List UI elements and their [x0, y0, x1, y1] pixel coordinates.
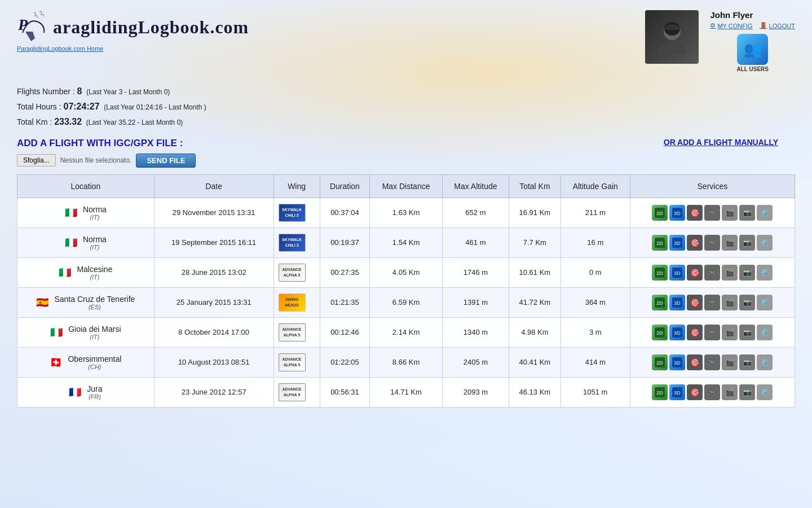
service-3d-icon[interactable]: 3D	[669, 325, 685, 340]
cell-wing: ADVANCEALPHA 5	[273, 257, 320, 287]
service-game-icon[interactable]: 🎮	[704, 295, 720, 310]
service-video-icon[interactable]: 🎬	[722, 295, 738, 310]
my-config-link[interactable]: ⚙ MY CONFIG	[710, 22, 752, 29]
logout-link[interactable]: 🚪 LOGOUT	[760, 22, 795, 29]
stats-section: Flights Number : 8 (Last Year 3 - Last M…	[0, 78, 812, 134]
cell-max-altitude: 2093 m	[442, 377, 509, 407]
add-manual-link[interactable]: OR ADD A FLIGHT MANUALLY	[664, 138, 778, 147]
send-file-button[interactable]: SEND FILE	[136, 154, 196, 168]
cell-wing: ADVANCEALPHA 5	[273, 377, 320, 407]
service-target-icon[interactable]: 🎯	[687, 325, 703, 340]
service-game-icon[interactable]: 🎮	[704, 235, 720, 251]
service-camera-icon[interactable]: 📷	[739, 265, 755, 281]
service-3d-icon[interactable]: 3D	[669, 384, 685, 400]
service-camera-icon[interactable]: 📷	[739, 205, 755, 221]
service-camera-icon[interactable]: 📷	[739, 235, 755, 251]
cell-date: 19 September 2015 16:11	[154, 227, 273, 257]
service-2d-icon[interactable]: 2D	[652, 384, 668, 400]
service-target-icon[interactable]: 🎯	[687, 205, 703, 221]
logo-section: P araglidingLogbook.com ParaglidingLogbo…	[17, 10, 249, 52]
service-target-icon[interactable]: 🎯	[687, 235, 703, 251]
service-target-icon[interactable]: 🎯	[687, 384, 703, 400]
cell-max-distance: 1.63 Km	[370, 198, 443, 227]
user-photo	[645, 10, 699, 64]
service-camera-icon[interactable]: 📷	[739, 384, 755, 400]
browse-button[interactable]: Sfoglia...	[17, 154, 56, 167]
cell-wing: SKYWALKCHILI 3	[273, 198, 320, 227]
service-settings-icon[interactable]: ⚙️	[757, 325, 773, 340]
service-game-icon[interactable]: 🎮	[704, 354, 720, 370]
all-users-icon[interactable]: 👥	[737, 34, 768, 65]
service-target-icon[interactable]: 🎯	[687, 295, 703, 310]
location-name: Obersimmental	[68, 354, 121, 364]
service-2d-icon[interactable]: 2D	[652, 295, 668, 310]
logo-home-link[interactable]: ParaglidingLogbook.com Home	[17, 45, 249, 52]
service-settings-icon[interactable]: ⚙️	[757, 384, 773, 400]
service-2d-icon[interactable]: 2D	[652, 325, 668, 340]
svg-text:2D: 2D	[657, 300, 664, 306]
flights-table: Location Date Wing Duration Max Distance…	[17, 174, 795, 408]
cell-services: 2D 3D 🎯 🎮 🎬 📷 ⚙️	[630, 227, 795, 257]
country-flag: 🇮🇹	[65, 237, 77, 249]
table-row: 🇫🇷 Jura (FR) 23 June 2012 12:57 ADVANCEA…	[17, 377, 795, 407]
service-3d-icon[interactable]: 3D	[669, 265, 685, 281]
service-target-icon[interactable]: 🎯	[687, 265, 703, 281]
svg-text:3D: 3D	[674, 300, 681, 306]
service-2d-icon[interactable]: 2D	[652, 205, 668, 221]
cell-date: 29 November 2015 13:31	[154, 198, 273, 227]
cell-max-distance: 6.59 Km	[370, 287, 443, 317]
service-video-icon[interactable]: 🎬	[722, 205, 738, 221]
cell-total-km: 16.91 Km	[509, 198, 561, 227]
service-video-icon[interactable]: 🎬	[722, 235, 738, 251]
service-camera-icon[interactable]: 📷	[739, 354, 755, 370]
service-2d-icon[interactable]: 2D	[652, 235, 668, 251]
add-flight-section: ADD A FLIGHT WITH IGC/GPX FILE : Sfoglia…	[0, 134, 812, 174]
service-game-icon[interactable]: 🎮	[704, 384, 720, 400]
service-2d-icon[interactable]: 2D	[652, 354, 668, 370]
logo-text: araglidingLogbook.com	[53, 17, 249, 38]
service-game-icon[interactable]: 🎮	[704, 265, 720, 281]
cell-services: 2D 3D 🎯 🎮 🎬 📷 ⚙️	[630, 347, 795, 377]
svg-text:2D: 2D	[657, 211, 664, 216]
service-video-icon[interactable]: 🎬	[722, 265, 738, 281]
service-3d-icon[interactable]: 3D	[669, 295, 685, 310]
hours-stat: Total Hours : 07:24:27 (Last Year 01:24:…	[17, 99, 206, 114]
table-row: 🇮🇹 Norma (IT) 19 September 2015 16:11 SK…	[17, 227, 795, 257]
service-2d-icon[interactable]: 2D	[652, 265, 668, 281]
location-country: (IT)	[83, 214, 107, 221]
location-name: Santa Cruz de Tenerife	[54, 295, 135, 304]
service-target-icon[interactable]: 🎯	[687, 354, 703, 370]
service-video-icon[interactable]: 🎬	[722, 354, 738, 370]
service-3d-icon[interactable]: 3D	[669, 354, 685, 370]
service-camera-icon[interactable]: 📷	[739, 325, 755, 340]
user-info: John Flyer ⚙ MY CONFIG 🚪 LOGOUT 👥 ALL US…	[710, 10, 795, 72]
service-game-icon[interactable]: 🎮	[704, 325, 720, 340]
table-row: 🇮🇹 Gioia dei Marsi (IT) 8 October 2014 1…	[17, 317, 795, 347]
location-country: (FR)	[87, 393, 102, 400]
service-settings-icon[interactable]: ⚙️	[757, 205, 773, 221]
col-location: Location	[17, 174, 155, 198]
flights-stat: Flights Number : 8 (Last Year 3 - Last M…	[17, 84, 206, 99]
service-settings-icon[interactable]: ⚙️	[757, 235, 773, 251]
service-settings-icon[interactable]: ⚙️	[757, 265, 773, 281]
svg-text:2D: 2D	[657, 360, 664, 366]
svg-text:3D: 3D	[674, 390, 681, 396]
location-country: (IT)	[77, 274, 112, 281]
service-video-icon[interactable]: 🎬	[722, 384, 738, 400]
service-settings-icon[interactable]: ⚙️	[757, 295, 773, 310]
service-game-icon[interactable]: 🎮	[704, 205, 720, 221]
wing-badge: ADVANCEALPHA 5	[279, 264, 306, 282]
service-3d-icon[interactable]: 3D	[669, 235, 685, 251]
service-video-icon[interactable]: 🎬	[722, 325, 738, 340]
service-settings-icon[interactable]: ⚙️	[757, 354, 773, 370]
cell-wing: SKYWALKCHILI 3	[273, 227, 320, 257]
cell-location: 🇮🇹 Norma (IT)	[17, 198, 155, 227]
service-3d-icon[interactable]: 3D	[669, 205, 685, 221]
cell-max-distance: 4.05 Km	[370, 257, 443, 287]
country-flag: 🇪🇸	[36, 296, 48, 309]
cell-location: 🇪🇸 Santa Cruz de Tenerife (ES)	[17, 287, 155, 317]
header: P araglidingLogbook.com ParaglidingLogbo…	[0, 0, 812, 78]
service-camera-icon[interactable]: 📷	[739, 295, 755, 310]
cell-services: 2D 3D 🎯 🎮 🎬 📷 ⚙️	[630, 257, 795, 287]
cell-date: 28 June 2015 13:02	[154, 257, 273, 287]
